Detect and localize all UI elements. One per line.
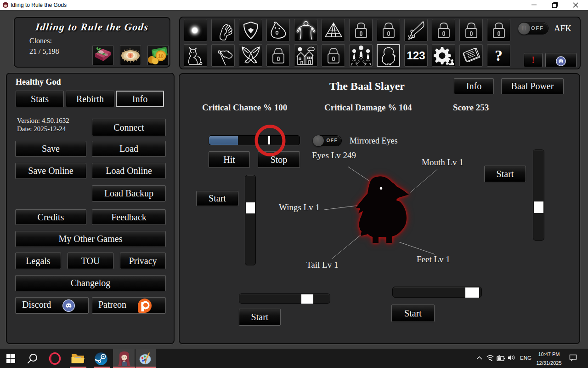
svg-text:10: 10 <box>158 53 164 59</box>
